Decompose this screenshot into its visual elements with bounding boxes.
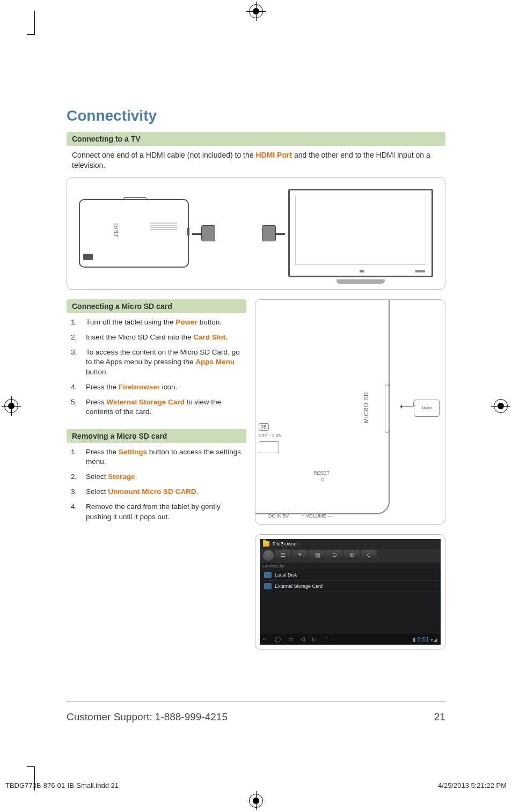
registration-mark-top	[249, 4, 263, 18]
removing-sd-steps: 1.Press the Settings button to access th…	[67, 447, 246, 534]
tablet-brand: ZEKI	[113, 223, 119, 237]
file-slug: TBDG773B-876-01-IB-Small.indd 21	[5, 781, 119, 789]
grid-icon: ⊞	[343, 550, 360, 560]
registration-mark-bottom	[249, 794, 263, 808]
clock: 5:51	[418, 636, 429, 643]
usb-label: 3B	[259, 423, 269, 431]
back-icon: ⮌	[326, 550, 342, 560]
list-item: 2.Insert the Micro SD Card into the Card…	[71, 333, 242, 342]
nav-vol-up-icon: ▷	[312, 636, 317, 642]
page-footer: Customer Support: 1-888-999-4215 21	[67, 711, 445, 723]
page-content: Connectivity Connecting to a TV Connect …	[67, 107, 445, 649]
micro-sd-label: MICRO SD	[363, 392, 369, 423]
hdmi-diagram: ZEKI	[67, 177, 445, 290]
section-connecting-sd: Connecting a Micro SD card	[67, 299, 246, 313]
page-number: 21	[434, 711, 445, 723]
tv-illustration	[288, 189, 433, 277]
list-item: 1.Turn off the tablet using the Power bu…	[71, 318, 242, 327]
list-item: 2.Select Storage.	[71, 472, 242, 482]
registration-mark-right	[494, 399, 508, 413]
wifi-icon: ▾◢	[430, 637, 437, 643]
help-icon: ☺	[361, 550, 377, 560]
print-slug: TBDG773B-876-01-IB-Small.indd 21 4/25/20…	[5, 781, 507, 789]
reset-label: RESET	[313, 470, 330, 476]
list-item: External Storage Card	[260, 581, 441, 592]
list-item: 5.Press Wxternal Storage Card to view th…	[71, 397, 242, 417]
sd-slot-diagram: MICRO SD Micro 3B C5V ⎓ 2.0A RESET DC IN…	[255, 299, 445, 525]
drive-icon	[264, 583, 272, 589]
intro-text: Connect one end of a HDMI cable (not inc…	[67, 150, 445, 177]
usb-sublabel: C5V ⎓ 2.0A	[259, 433, 281, 438]
hdmi-plug-icon	[201, 225, 215, 241]
section-label: Device List	[260, 563, 441, 570]
connecting-sd-steps: 1.Turn off the tablet using the Power bu…	[67, 318, 246, 429]
home-icon: ⌂	[263, 550, 274, 561]
nav-recent-icon: ▭	[288, 636, 293, 642]
nav-home-icon: ◯	[275, 636, 281, 642]
list-item: Local Disk	[260, 570, 441, 581]
list-item: 3.To access the content on the Micro SD …	[71, 348, 242, 377]
registration-mark-left	[4, 399, 18, 413]
intro-highlight: HDMI Port	[255, 151, 292, 159]
paste-icon: ▤	[309, 550, 325, 560]
list-item: 1.Press the Settings button to access th…	[71, 447, 242, 467]
list-item: 4.Remove the card from the tablet by gen…	[71, 502, 242, 521]
section-connecting-tv: Connecting to a TV	[67, 132, 445, 146]
page-title: Connectivity	[67, 107, 445, 124]
sd-card-icon: Micro	[414, 400, 440, 417]
crop-mark-tl	[27, 11, 35, 35]
filebrowser-screenshot: FileBrowser ⌂ ☰ ✎ ▤ ⮌ ⊞ ☺ Device List Lo…	[255, 534, 445, 649]
app-title: FileBrowser	[273, 541, 298, 547]
list-item: 3.Select Unmount Micro SD CARD.	[71, 487, 242, 497]
nav-vol-down-icon: ◁	[301, 636, 305, 642]
drive-icon	[264, 572, 272, 578]
volume-label: VOLUME —	[302, 513, 332, 519]
folder-icon	[263, 541, 269, 547]
hdmi-plug-icon	[262, 225, 276, 241]
date-slug: 4/25/2013 5:21:22 PM	[438, 781, 507, 789]
list-icon: ☰	[275, 550, 291, 560]
nav-menu-icon: ⋮	[324, 636, 330, 642]
customer-support: Customer Support: 1-888-999-4215	[67, 711, 228, 723]
battery-icon: ▮	[413, 637, 416, 643]
section-removing-sd: Removing a Micro SD card	[67, 429, 246, 443]
footer-rule	[67, 702, 445, 702]
list-item: 4.Press the Firebrowser icon.	[71, 382, 242, 392]
edit-icon: ✎	[292, 550, 308, 560]
intro-pre: Connect one end of a HDMI cable (not inc…	[72, 151, 255, 159]
tablet-illustration: ZEKI	[79, 199, 189, 268]
nav-back-icon: ⤺	[263, 636, 267, 642]
dc-label: DC IN 5V	[268, 513, 289, 519]
